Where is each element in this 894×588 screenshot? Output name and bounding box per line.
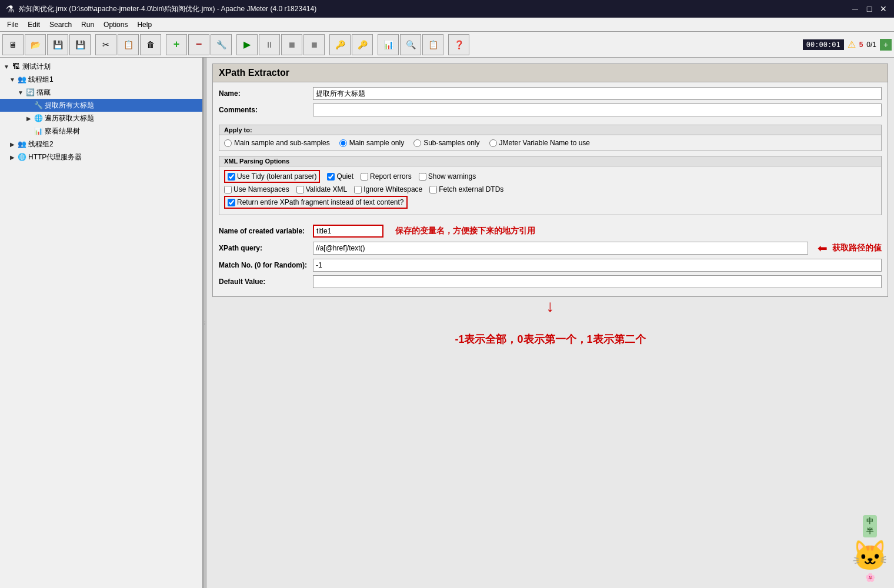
arrow-icon: ▶: [25, 115, 33, 122]
var-name-input[interactable]: [313, 225, 383, 238]
report-errors-label[interactable]: Report errors: [361, 172, 412, 181]
whitespace-label[interactable]: Ignore Whitespace: [354, 185, 422, 193]
radio-main-input[interactable]: [339, 139, 347, 147]
chart-button[interactable]: 📊: [378, 34, 399, 55]
radio-sub[interactable]: Sub-samples only: [413, 139, 479, 147]
open-button[interactable]: 📂: [25, 34, 46, 55]
default-label: Default Value:: [219, 278, 313, 286]
radio-all-input[interactable]: [224, 139, 232, 147]
arrow-down-icon: ↓: [546, 297, 555, 316]
stop-button[interactable]: ⏹: [281, 34, 302, 55]
tree-item-thread2[interactable]: ▶ 👥 线程组2: [0, 138, 202, 151]
save-button[interactable]: 💾: [47, 34, 68, 55]
close-btn[interactable]: ✕: [879, 4, 888, 14]
main-content: ▼ 🏗 测试计划 ▼ 👥 线程组1 ▼ 🔄 循藏 🔧 提取所有大标题 ▶ 🌐 遍…: [0, 58, 894, 588]
match-no-label: Match No. (0 for Random):: [219, 261, 313, 269]
add-element-button[interactable]: +: [166, 34, 187, 55]
validate-label[interactable]: Validate XML: [296, 185, 347, 193]
default-input[interactable]: [313, 275, 882, 288]
menu-run[interactable]: Run: [76, 19, 99, 30]
return-fragment-checkbox[interactable]: [228, 199, 235, 206]
use-tidy-checkbox[interactable]: [228, 173, 235, 181]
clear-all-button[interactable]: 🔑: [352, 34, 373, 55]
validate-text: Validate XML: [306, 185, 347, 193]
remove-element-button[interactable]: −: [188, 34, 209, 55]
delete-button[interactable]: 🗑: [140, 34, 161, 55]
menu-search[interactable]: Search: [45, 19, 76, 30]
match-no-input[interactable]: [313, 259, 882, 272]
radio-all-label: Main sample and sub-samples: [234, 139, 330, 147]
thread-icon: 👥: [16, 75, 27, 84]
tree-item-extractor[interactable]: 🔧 提取所有大标题: [0, 99, 202, 112]
tree-item-sampler[interactable]: ▶ 🌐 遍历获取大标题: [0, 112, 202, 125]
whitespace-checkbox[interactable]: [354, 186, 362, 193]
radio-var[interactable]: JMeter Variable Name to use: [489, 139, 591, 147]
tree-item-proxy[interactable]: ▶ 🌐 HTTP代理服务器: [0, 151, 202, 163]
menu-options[interactable]: Options: [99, 19, 132, 30]
extractor-title: XPath Extractor: [213, 64, 888, 82]
annotation3: -1表示全部，0表示第一个，1表示第二个: [212, 332, 888, 346]
tree-item-thread1[interactable]: ▼ 👥 线程组1: [0, 73, 202, 86]
show-warnings-label[interactable]: Show warnings: [419, 172, 476, 181]
radio-group: Main sample and sub-samples Main sample …: [219, 135, 881, 151]
tree-label-thread2: 线程组2: [28, 139, 54, 149]
radio-main-label: Main sample only: [349, 139, 404, 147]
maximize-btn[interactable]: □: [865, 4, 874, 14]
radio-sub-input[interactable]: [413, 139, 421, 147]
scan-button[interactable]: 🔍: [400, 34, 421, 55]
list-button[interactable]: 📋: [422, 34, 443, 55]
show-warnings-checkbox[interactable]: [419, 173, 426, 181]
use-tidy-text: Use Tidy (tolerant parser): [237, 172, 316, 181]
radio-main[interactable]: Main sample only: [339, 139, 404, 147]
tree-item-loop[interactable]: ▼ 🔄 循藏: [0, 86, 202, 99]
clear-button[interactable]: 🔑: [329, 34, 351, 55]
comments-label: Comments:: [219, 106, 313, 114]
config-button[interactable]: 🔧: [211, 34, 232, 55]
comments-input[interactable]: [313, 103, 882, 116]
tree-label-extractor: 提取所有大标题: [45, 101, 94, 111]
dtds-label[interactable]: Fetch external DTDs: [429, 185, 503, 193]
save-as-button[interactable]: 💾: [69, 34, 91, 55]
use-tidy-label[interactable]: Use Tidy (tolerant parser): [224, 170, 320, 183]
new-button[interactable]: 🖥: [2, 34, 24, 55]
title-bar: ⚗ 殆知阁优化.jmx (D:\soft\apache-jmeter-4.0\b…: [0, 0, 894, 18]
extractor-panel: XPath Extractor Name: Comments: Apply to…: [212, 64, 888, 297]
xpath-input[interactable]: [313, 242, 808, 255]
add-remote-btn[interactable]: +: [880, 39, 892, 51]
comments-row: Comments:: [219, 103, 882, 116]
menu-help[interactable]: Help: [132, 19, 156, 30]
tree-item-results[interactable]: 📊 察看结果树: [0, 125, 202, 138]
cat-decoration: 中半 🐱 🌸: [852, 515, 888, 582]
help-button[interactable]: ❓: [448, 34, 469, 55]
dtds-checkbox[interactable]: [429, 186, 437, 193]
minimize-btn[interactable]: ─: [850, 4, 860, 14]
report-errors-checkbox[interactable]: [361, 173, 368, 181]
name-row: Name:: [219, 87, 882, 100]
plan-icon: 🏗: [11, 62, 21, 71]
menu-edit[interactable]: Edit: [23, 19, 45, 30]
cut-button[interactable]: ✂: [95, 34, 116, 55]
quiet-checkbox[interactable]: [327, 173, 335, 181]
apply-to-section: Apply to: Main sample and sub-samples Ma…: [219, 125, 882, 151]
radio-all[interactable]: Main sample and sub-samples: [224, 139, 330, 147]
menu-bar: File Edit Search Run Options Help: [0, 18, 894, 32]
tree-item-test-plan[interactable]: ▼ 🏗 测试计划: [0, 60, 202, 73]
run-button[interactable]: ▶: [236, 34, 258, 55]
pause-button[interactable]: ⏸: [259, 34, 280, 55]
namespaces-label[interactable]: Use Namespaces: [224, 185, 289, 193]
arrow-icon: ▼: [8, 76, 16, 83]
namespaces-checkbox[interactable]: [224, 186, 232, 193]
return-fragment-label[interactable]: Return entire XPath fragment instead of …: [224, 196, 408, 209]
radio-var-input[interactable]: [489, 139, 497, 147]
copy-button[interactable]: 📋: [118, 34, 139, 55]
apply-to-label: Apply to:: [219, 125, 881, 135]
extractor-icon: 🔧: [33, 101, 44, 110]
xml-row1: Use Tidy (tolerant parser) Quiet Report …: [224, 170, 876, 183]
thread2-icon: 👥: [16, 139, 27, 149]
ratio-display: 0/1: [866, 41, 876, 49]
menu-file[interactable]: File: [2, 19, 23, 30]
quiet-label[interactable]: Quiet: [327, 172, 353, 181]
validate-checkbox[interactable]: [296, 186, 304, 193]
stop2-button[interactable]: ⏹: [303, 34, 325, 55]
name-input[interactable]: [313, 87, 882, 100]
